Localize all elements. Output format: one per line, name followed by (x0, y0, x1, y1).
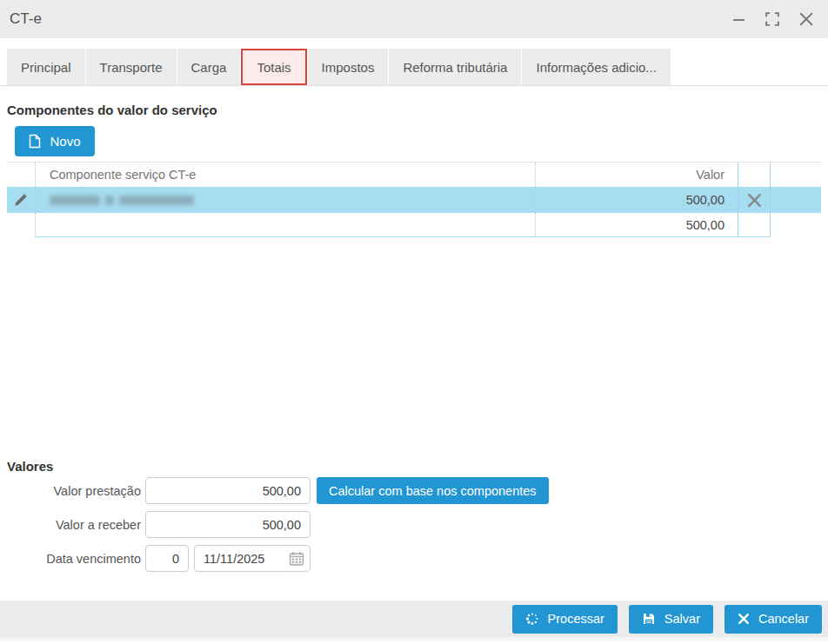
window-titlebar: CT-e (0, 0, 828, 38)
salvar-button-label: Salvar (664, 612, 700, 626)
tab-informacoes-adicionais[interactable]: Informações adicio... (522, 49, 670, 85)
valor-prestacao-label: Valor prestação (0, 484, 141, 498)
column-header-valor[interactable]: Valor (535, 163, 738, 187)
valores-section-title: Valores (7, 459, 53, 474)
processar-button-label: Processar (548, 612, 604, 626)
valor-a-receber-row: Valor a receber (0, 511, 310, 538)
window-title: CT-e (10, 10, 42, 28)
column-header-componente[interactable]: Componente serviço CT-e (35, 163, 535, 187)
valor-a-receber-label: Valor a receber (0, 518, 141, 532)
calcular-componentes-button[interactable]: Calcular com base nos componentes (317, 477, 549, 504)
cancel-x-icon (738, 613, 750, 625)
calendar-icon[interactable] (289, 551, 304, 567)
tab-reforma-tributaria[interactable]: Reforma tributária (389, 49, 521, 85)
valor-prestacao-input[interactable] (145, 477, 310, 504)
novo-button-label: Novo (50, 134, 80, 149)
minimize-icon[interactable] (731, 11, 746, 27)
total-label-cell (35, 213, 535, 237)
salvar-button[interactable]: Salvar (629, 605, 713, 634)
window-controls (731, 11, 814, 27)
edit-pencil-icon[interactable] (13, 192, 29, 208)
footer-bar: Processar Salvar Cancelar (0, 601, 828, 641)
tab-carga[interactable]: Carga (177, 49, 241, 85)
table-header-row: Componente serviço CT-e Valor (7, 163, 821, 187)
cancelar-button-label: Cancelar (758, 612, 809, 626)
close-icon[interactable] (798, 11, 814, 27)
vencimento-days-input[interactable] (145, 545, 189, 572)
data-vencimento-label: Data vencimento (0, 552, 141, 566)
table-row[interactable]: 500,00 (7, 187, 821, 213)
data-vencimento-row: Data vencimento (0, 545, 310, 572)
total-valor-cell: 500,00 (535, 213, 738, 237)
component-name-cell (35, 187, 535, 213)
novo-button[interactable]: Novo (15, 126, 95, 156)
components-table: Componente serviço CT-e Valor 500,00 500… (7, 162, 821, 237)
edit-column-header (7, 163, 35, 187)
processar-button[interactable]: Processar (512, 605, 618, 634)
tab-bar: Principal Transporte Carga Totais Impost… (0, 49, 828, 86)
valor-prestacao-row: Valor prestação Calcular com base nos co… (0, 477, 549, 504)
delete-x-icon[interactable] (745, 191, 764, 209)
tab-principal[interactable]: Principal (7, 49, 85, 85)
tab-transporte[interactable]: Transporte (86, 49, 177, 85)
spacer-cell (770, 187, 821, 213)
cancelar-button[interactable]: Cancelar (724, 605, 822, 634)
table-total-row: 500,00 (7, 213, 821, 237)
process-spinner-icon (525, 612, 539, 626)
delete-column-header (738, 163, 770, 187)
new-document-icon (29, 134, 41, 149)
components-section-title: Componentes do valor do serviço (7, 103, 217, 117)
spacer-column-header (770, 163, 821, 187)
save-floppy-icon (642, 612, 656, 626)
component-valor-cell: 500,00 (535, 187, 738, 213)
tab-totais[interactable]: Totais (241, 49, 306, 85)
tab-impostos[interactable]: Impostos (308, 49, 389, 85)
valor-a-receber-input[interactable] (145, 511, 310, 538)
maximize-icon[interactable] (765, 11, 780, 27)
redacted-component-name (50, 196, 194, 205)
